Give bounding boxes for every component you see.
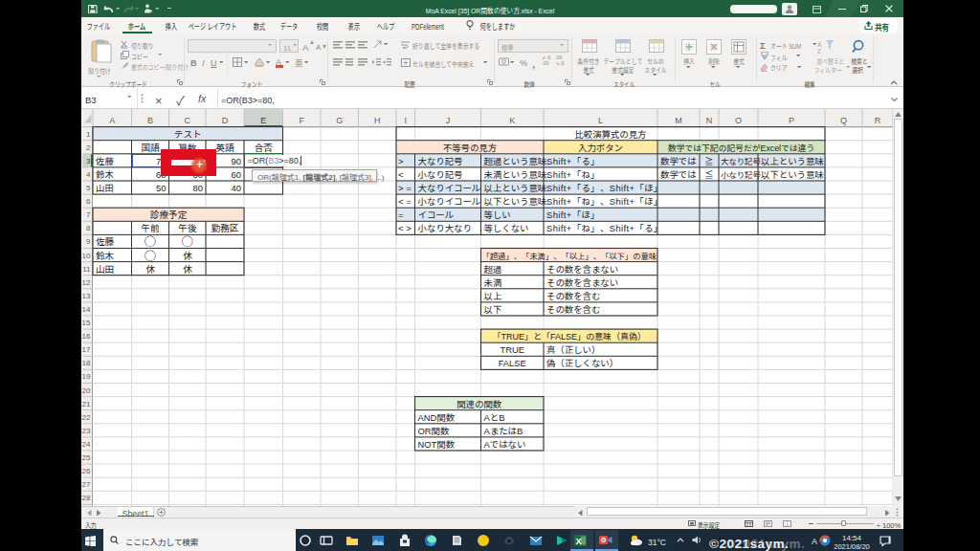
- svg-text:X: X: [576, 536, 583, 546]
